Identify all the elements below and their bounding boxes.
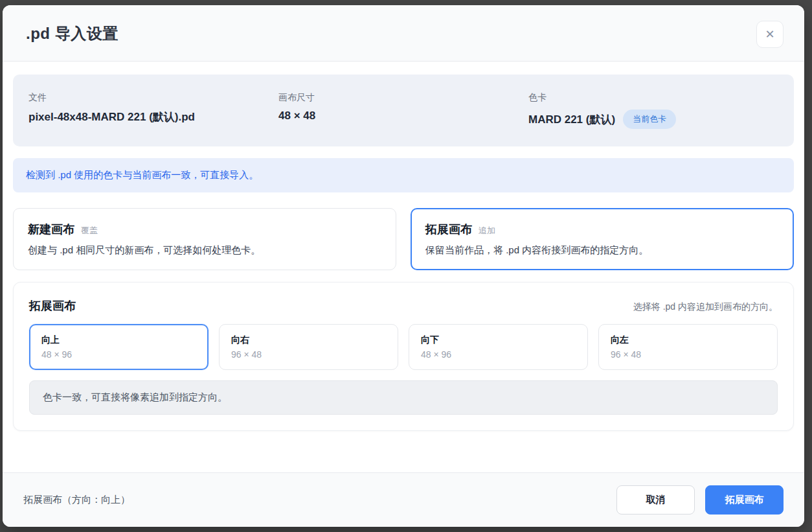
action-summary: 拓展画布（方向：向上） [23, 494, 130, 506]
close-icon: ✕ [765, 27, 774, 41]
direction-label: 向右 [231, 334, 386, 346]
section-title: 拓展画布 [29, 298, 76, 314]
section-header: 拓展画布 选择将 .pd 内容追加到画布的方向。 [29, 298, 778, 314]
palette-match-notice: 检测到 .pd 使用的色卡与当前画布一致，可直接导入。 [13, 158, 794, 192]
page-title: .pd 导入设置 [26, 23, 781, 44]
dialog-header: .pd 导入设置 ✕ [3, 5, 804, 62]
direction-size: 96 × 48 [611, 349, 765, 360]
import-mode-list: 新建画布 覆盖 创建与 .pd 相同尺寸的新画布，可选择如何处理色卡。 拓展画布… [13, 208, 794, 270]
pd-import-dialog: .pd 导入设置 ✕ 文件 pixel-48x48-MARD 221 (默认).… [3, 5, 804, 527]
section-hint: 选择将 .pd 内容追加到画布的方向。 [633, 301, 778, 313]
palette-name: MARD 221 (默认) [528, 112, 615, 127]
palette-label: 色卡 [528, 92, 778, 104]
mode-title-row: 拓展画布 追加 [425, 222, 779, 237]
file-info-field-file: 文件 pixel-48x48-MARD 221 (默认).pd [28, 92, 278, 129]
mode-card-expand-canvas[interactable]: 拓展画布 追加 保留当前作品，将 .pd 内容衔接到画布的指定方向。 [411, 208, 794, 270]
direction-size: 96 × 48 [231, 349, 386, 360]
mode-description: 创建与 .pd 相同尺寸的新画布，可选择如何处理色卡。 [28, 244, 381, 257]
direction-label: 向下 [421, 334, 576, 346]
palette-consistent-note: 色卡一致，可直接将像素追加到指定方向。 [29, 380, 778, 415]
file-info-panel: 文件 pixel-48x48-MARD 221 (默认).pd 画布尺寸 48 … [13, 75, 794, 146]
close-button[interactable]: ✕ [756, 21, 784, 48]
expand-canvas-section: 拓展画布 选择将 .pd 内容追加到画布的方向。 向上 48 × 96 向右 9… [13, 282, 794, 431]
direction-label: 向左 [611, 334, 765, 346]
canvas-size-value: 48 × 48 [278, 110, 528, 122]
mode-tag: 追加 [479, 225, 495, 237]
mode-title: 新建画布 [28, 222, 74, 237]
mode-card-new-canvas[interactable]: 新建画布 覆盖 创建与 .pd 相同尺寸的新画布，可选择如何处理色卡。 [13, 208, 396, 270]
direction-card-left[interactable]: 向左 96 × 48 [598, 324, 778, 370]
direction-card-up[interactable]: 向上 48 × 96 [29, 324, 209, 370]
canvas-size-label: 画布尺寸 [278, 92, 528, 104]
mode-title: 拓展画布 [425, 222, 472, 237]
footer-actions: 取消 拓展画布 [616, 485, 784, 515]
dialog-body: 文件 pixel-48x48-MARD 221 (默认).pd 画布尺寸 48 … [3, 62, 804, 472]
direction-label: 向上 [41, 334, 196, 346]
dialog-footer: 拓展画布（方向：向上） 取消 拓展画布 [3, 472, 804, 527]
mode-title-row: 新建画布 覆盖 [28, 222, 381, 237]
current-palette-badge: 当前色卡 [623, 110, 676, 129]
cancel-button[interactable]: 取消 [616, 485, 695, 515]
direction-size: 48 × 96 [421, 349, 576, 360]
direction-card-down[interactable]: 向下 48 × 96 [409, 324, 588, 370]
confirm-expand-button[interactable]: 拓展画布 [705, 485, 784, 515]
direction-size: 48 × 96 [41, 349, 196, 360]
mode-tag: 覆盖 [81, 225, 98, 237]
palette-value: MARD 221 (默认) 当前色卡 [528, 110, 778, 129]
direction-card-right[interactable]: 向右 96 × 48 [219, 324, 398, 370]
file-info-field-canvas-size: 画布尺寸 48 × 48 [278, 92, 528, 129]
file-info-field-palette: 色卡 MARD 221 (默认) 当前色卡 [528, 92, 778, 129]
direction-list: 向上 48 × 96 向右 96 × 48 向下 48 × 96 向左 96 ×… [29, 324, 778, 370]
file-label: 文件 [28, 92, 278, 104]
mode-description: 保留当前作品，将 .pd 内容衔接到画布的指定方向。 [425, 244, 779, 257]
file-value: pixel-48x48-MARD 221 (默认).pd [28, 110, 278, 124]
